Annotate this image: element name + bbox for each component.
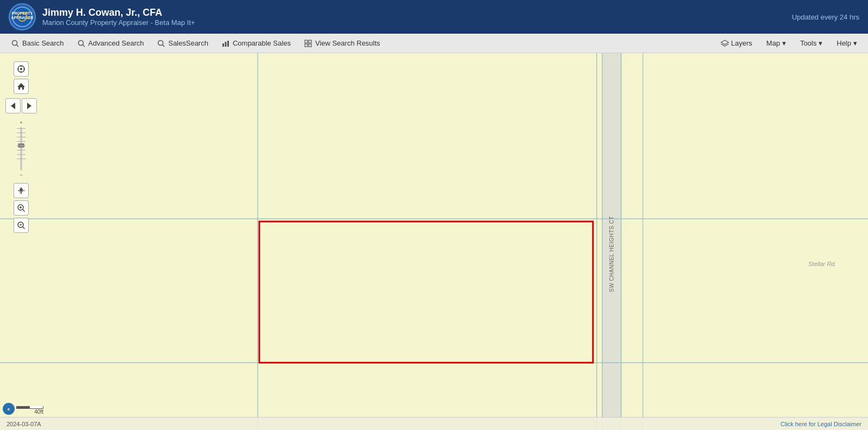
- nav-comparable-sales[interactable]: Comparable Sales: [216, 37, 296, 50]
- app-logo: PROPERTY APPRAISER: [9, 3, 36, 30]
- svg-point-4: [12, 40, 17, 45]
- bottom-bar: 2024-03-07A Click here for Legal Disclai…: [0, 417, 868, 430]
- sales-search-label: SalesSearch: [168, 39, 208, 47]
- tools-label: Tools: [800, 39, 816, 47]
- slider-tick: [17, 128, 25, 129]
- slider-tick: [17, 154, 25, 155]
- nav-help[interactable]: Help ▾: [831, 37, 863, 49]
- layers-icon: [720, 39, 729, 48]
- pan-button[interactable]: [14, 183, 29, 198]
- svg-rect-13: [305, 40, 308, 43]
- zoom-track[interactable]: [20, 127, 22, 170]
- zoom-in-button[interactable]: [14, 200, 29, 216]
- tools-dropdown-icon: ▾: [819, 39, 822, 47]
- locate-button[interactable]: [14, 61, 29, 77]
- update-notice: Updated every 24 hrs: [792, 13, 859, 21]
- zoom-slider-label: +: [20, 120, 22, 125]
- svg-point-6: [78, 40, 83, 45]
- forward-button[interactable]: [22, 98, 37, 113]
- map-container[interactable]: SW CHANNEL HEIGHTS CT Stellar Rd.: [0, 53, 868, 430]
- help-label: Help: [837, 39, 851, 47]
- home-button[interactable]: [14, 79, 29, 94]
- slider-tick: [17, 159, 25, 159]
- nav-view-search-results[interactable]: View Search Results: [298, 37, 386, 50]
- header: PROPERTY APPRAISER Jimmy H. Cowan, Jr., …: [0, 0, 868, 34]
- svg-text:APPRAISER: APPRAISER: [11, 16, 33, 20]
- navbar-left: Basic Search Advanced Search SalesSearch…: [5, 37, 386, 50]
- svg-point-34: [20, 68, 22, 70]
- header-title: Jimmy H. Cowan, Jr., CFA Marion County P…: [42, 7, 195, 27]
- scale-label: 40ft: [34, 409, 43, 415]
- svg-text:Stellar Rd.: Stellar Rd.: [808, 261, 836, 267]
- svg-text:PROPERTY: PROPERTY: [12, 11, 33, 15]
- zoom-minus-label: −: [20, 172, 22, 178]
- svg-marker-35: [17, 83, 25, 90]
- esri-logo: e: [3, 403, 15, 415]
- svg-rect-16: [309, 44, 311, 47]
- app-subtitle: Marion County Property Appraiser - Beta …: [42, 18, 195, 27]
- basic-search-label: Basic Search: [22, 39, 64, 47]
- back-button[interactable]: [5, 98, 21, 113]
- slider-tick: [17, 146, 25, 146]
- chart-icon: [221, 39, 230, 48]
- svg-line-9: [163, 45, 165, 47]
- date-stamp: 2024-03-07A: [7, 421, 41, 427]
- nav-map[interactable]: Map ▾: [761, 37, 792, 49]
- slider-tick: [17, 150, 25, 150]
- comparable-sales-label: Comparable Sales: [233, 39, 291, 47]
- svg-line-41: [23, 210, 25, 212]
- map-svg: SW CHANNEL HEIGHTS CT Stellar Rd.: [0, 53, 868, 430]
- svg-line-5: [17, 45, 19, 47]
- nav-arrows: [5, 98, 37, 113]
- grid-icon: [304, 39, 312, 48]
- svg-rect-28: [259, 222, 593, 363]
- svg-point-8: [158, 40, 163, 45]
- nav-layers[interactable]: Layers: [715, 37, 758, 50]
- advanced-search-label: Advanced Search: [88, 39, 144, 47]
- svg-marker-37: [27, 103, 31, 109]
- nav-advanced-search[interactable]: Advanced Search: [72, 37, 150, 50]
- svg-marker-36: [11, 103, 15, 109]
- slider-tick: [17, 137, 25, 137]
- slider-tick: [17, 141, 25, 142]
- view-search-results-label: View Search Results: [315, 39, 380, 47]
- legal-link[interactable]: Click here for Legal Disclaimer: [781, 421, 861, 427]
- scale-bar-area: 40ft: [16, 406, 43, 415]
- map-dropdown-icon: ▾: [782, 39, 786, 47]
- svg-rect-15: [305, 44, 308, 47]
- svg-line-44: [23, 227, 25, 229]
- map-label: Map: [767, 39, 780, 47]
- layers-label: Layers: [731, 39, 752, 47]
- search-icon-3: [157, 39, 165, 48]
- svg-line-7: [82, 45, 85, 47]
- svg-marker-17: [721, 40, 729, 45]
- svg-rect-12: [227, 41, 229, 47]
- svg-rect-11: [225, 42, 226, 47]
- search-icon: [11, 39, 20, 48]
- svg-text:SW CHANNEL HEIGHTS CT: SW CHANNEL HEIGHTS CT: [609, 216, 615, 292]
- help-dropdown-icon: ▾: [853, 39, 857, 47]
- nav-basic-search[interactable]: Basic Search: [5, 37, 69, 50]
- app-name: Jimmy H. Cowan, Jr., CFA: [42, 7, 195, 18]
- navbar-right: Layers Map ▾ Tools ▾ Help ▾: [715, 37, 863, 50]
- svg-rect-10: [222, 43, 224, 47]
- nav-sales-search[interactable]: SalesSearch: [151, 37, 214, 50]
- svg-rect-14: [309, 40, 311, 43]
- navbar: Basic Search Advanced Search SalesSearch…: [0, 34, 868, 53]
- zoom-slider[interactable]: + −: [20, 120, 22, 178]
- slider-tick: [17, 132, 25, 133]
- nav-tools[interactable]: Tools ▾: [795, 37, 828, 49]
- search-icon-2: [77, 39, 86, 48]
- left-toolbar: + −: [5, 61, 37, 233]
- header-left: PROPERTY APPRAISER Jimmy H. Cowan, Jr., …: [9, 3, 195, 30]
- zoom-out-button[interactable]: [14, 218, 29, 233]
